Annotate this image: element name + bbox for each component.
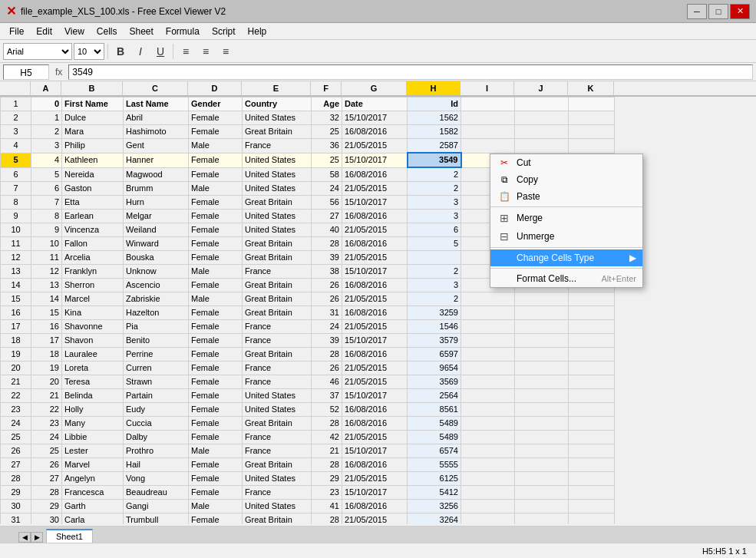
cell[interactable] <box>461 348 515 362</box>
cell[interactable]: France <box>243 139 312 154</box>
cell[interactable] <box>569 125 615 139</box>
cell[interactable]: 21 <box>31 389 62 403</box>
cell[interactable] <box>569 375 615 389</box>
cell[interactable] <box>569 500 615 513</box>
cell[interactable]: 5489 <box>408 417 461 431</box>
cell[interactable]: Winward <box>124 237 189 251</box>
cell[interactable]: France <box>243 375 312 389</box>
bold-button[interactable]: B <box>111 43 130 60</box>
cell[interactable]: 27 <box>31 472 62 486</box>
cell[interactable]: 15/10/2017 <box>342 265 408 279</box>
cell[interactable]: Female <box>189 196 243 210</box>
cell[interactable]: Zabriskie <box>124 292 189 306</box>
cell[interactable]: Dulce <box>62 111 124 125</box>
cell[interactable]: 26 <box>312 362 342 375</box>
cell[interactable]: 5 <box>408 237 461 251</box>
cell[interactable] <box>569 472 615 486</box>
cell[interactable]: 1582 <box>408 125 461 139</box>
cell[interactable]: 15/10/2017 <box>342 444 408 458</box>
cell[interactable]: Lester <box>62 444 124 458</box>
cell[interactable] <box>461 389 515 403</box>
cell[interactable] <box>461 500 515 513</box>
cell[interactable]: Shavon <box>62 334 124 348</box>
cell[interactable]: 4 <box>31 153 62 167</box>
cell[interactable]: 2 <box>408 292 461 306</box>
cell[interactable]: France <box>243 334 312 348</box>
cell[interactable]: 2 <box>408 182 461 196</box>
cell[interactable]: 16/08/2016 <box>342 210 408 223</box>
cell[interactable]: 25 <box>312 153 342 167</box>
cell[interactable]: United States <box>243 182 312 196</box>
cell[interactable]: Magwood <box>124 167 189 182</box>
cell[interactable]: 10 <box>31 237 62 251</box>
cell[interactable]: 6597 <box>408 348 461 362</box>
cell[interactable]: Ascencio <box>124 279 189 292</box>
cell[interactable]: United States <box>243 210 312 223</box>
cell[interactable] <box>569 403 615 417</box>
cell[interactable]: United States <box>243 223 312 237</box>
cell[interactable]: 15/10/2017 <box>342 486 408 500</box>
cell[interactable] <box>461 431 515 444</box>
cell[interactable] <box>569 417 615 431</box>
cell[interactable] <box>515 417 569 431</box>
cell[interactable]: 52 <box>312 403 342 417</box>
menu-item-help[interactable]: Help <box>242 25 273 38</box>
cell[interactable]: 23 <box>312 486 342 500</box>
cell[interactable] <box>515 111 569 125</box>
cell[interactable]: Female <box>189 362 243 375</box>
cell[interactable]: Francesca <box>62 486 124 500</box>
cell[interactable]: 2564 <box>408 389 461 403</box>
cell[interactable]: 56 <box>312 196 342 210</box>
cell[interactable]: France <box>243 431 312 444</box>
cell[interactable]: 39 <box>312 334 342 348</box>
col-header-a[interactable]: A <box>31 81 61 95</box>
cell[interactable]: 28 <box>312 513 342 525</box>
cell[interactable]: Male <box>189 292 243 306</box>
cell[interactable]: First Name <box>62 97 124 111</box>
cell[interactable]: 16/08/2016 <box>342 458 408 472</box>
cell[interactable]: Arcelia <box>62 251 124 265</box>
cell[interactable]: 29 <box>312 472 342 486</box>
col-header-k[interactable]: K <box>568 81 614 95</box>
cell[interactable]: 8 <box>31 210 62 223</box>
cell[interactable]: 17 <box>31 334 62 348</box>
cell[interactable]: 3256 <box>408 500 461 513</box>
cell[interactable]: 46 <box>312 375 342 389</box>
cell[interactable]: 26 <box>312 279 342 292</box>
font-size-select[interactable]: 10 <box>74 43 104 60</box>
cell[interactable]: Many <box>62 417 124 431</box>
menu-item-sheet[interactable]: Sheet <box>124 25 160 38</box>
cell[interactable]: 5489 <box>408 431 461 444</box>
cell[interactable] <box>569 292 615 306</box>
cell[interactable] <box>569 513 615 525</box>
maximize-button[interactable]: □ <box>708 4 728 19</box>
cell[interactable] <box>461 125 515 139</box>
cell[interactable] <box>569 111 615 125</box>
col-header-h[interactable]: H <box>407 81 461 95</box>
cell[interactable] <box>569 139 615 154</box>
cell[interactable]: 39 <box>312 251 342 265</box>
cell[interactable]: Male <box>189 182 243 196</box>
cell[interactable] <box>515 320 569 334</box>
cell[interactable]: 1562 <box>408 111 461 125</box>
cell[interactable] <box>461 458 515 472</box>
cell[interactable]: Loreta <box>62 362 124 375</box>
col-header-f[interactable]: F <box>311 81 342 95</box>
cell[interactable]: 28 <box>312 237 342 251</box>
cell[interactable]: 22 <box>31 403 62 417</box>
cell[interactable]: 14 <box>31 292 62 306</box>
cell[interactable]: 21/05/2015 <box>342 431 408 444</box>
cell[interactable]: 26 <box>31 458 62 472</box>
cell[interactable]: Libbie <box>62 431 124 444</box>
cell[interactable] <box>569 389 615 403</box>
cell[interactable]: Female <box>189 375 243 389</box>
cell[interactable]: United States <box>243 167 312 182</box>
minimize-button[interactable]: ─ <box>687 4 707 19</box>
cell[interactable]: Female <box>189 513 243 525</box>
menu-item-file[interactable]: File <box>3 25 30 38</box>
cell[interactable]: 9 <box>31 223 62 237</box>
cell[interactable]: 21/05/2015 <box>342 320 408 334</box>
cell[interactable]: 28 <box>312 417 342 431</box>
cell[interactable]: Hazelton <box>124 306 189 320</box>
cell[interactable]: 9654 <box>408 362 461 375</box>
